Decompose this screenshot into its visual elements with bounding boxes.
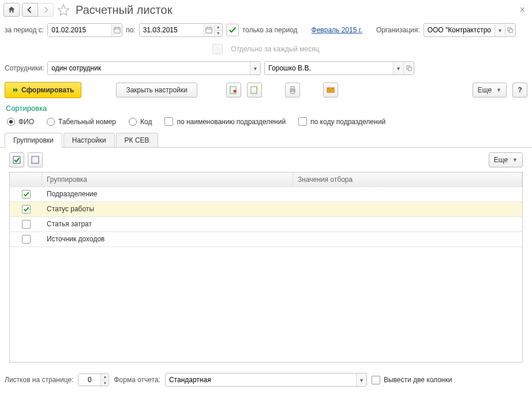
toolbar-icon-mail[interactable] [323,83,338,98]
uncheck-all-button[interactable] [28,152,43,167]
home-button[interactable] [3,3,20,17]
date-from-input[interactable] [48,24,111,36]
close-icon[interactable]: × [516,5,529,15]
open-icon[interactable] [403,62,414,74]
step-up-icon[interactable]: ▲ [101,374,108,380]
step-up-icon[interactable]: ▲ [215,24,222,31]
step-down-icon[interactable]: ▼ [215,31,222,37]
chevron-down-icon: ▼ [496,87,501,93]
row-checkbox[interactable] [22,235,31,244]
form-type-label: Форма отчета: [114,376,160,384]
row-name: Статус работы [42,202,293,216]
org-input[interactable] [424,24,494,36]
grid-row[interactable]: Подразделение [10,187,522,202]
svg-rect-15 [291,87,294,89]
row-checkbox[interactable] [22,220,31,229]
calendar-icon[interactable] [111,24,122,36]
svg-rect-12 [230,87,236,94]
two-cols-checkbox[interactable]: Вывести две колонки [372,376,452,384]
svg-rect-19 [32,156,39,163]
period-to-label: по: [126,26,136,34]
grid-more-button[interactable]: Еще ▼ [489,152,523,167]
step-down-icon[interactable]: ▼ [101,380,108,386]
checkbox-icon [372,376,380,384]
employee-mode-input[interactable] [48,62,250,74]
grid-row[interactable]: Источник доходов [10,232,522,247]
period-link[interactable]: Февраль 2015 г. [312,26,362,34]
dropdown-icon[interactable]: ▾ [393,62,403,74]
by-dept-name-checkbox[interactable]: по наименованию подразделений [164,117,286,126]
svg-rect-13 [251,87,257,94]
employee-mode-field[interactable]: ▾ [47,61,261,75]
close-settings-button[interactable]: Закрыть настройки [116,83,197,98]
svg-rect-0 [114,28,120,33]
form-button-label: Сформировать [21,86,74,94]
svg-rect-18 [13,156,20,163]
period-from-label: за период с: [5,26,44,34]
form-type-field[interactable]: ▾ [165,373,367,387]
only-period-label: только за период [242,26,298,34]
svg-rect-4 [206,28,212,33]
date-to-input[interactable] [140,24,204,36]
grid-row[interactable]: Статус работы [10,202,522,217]
monthly-label: Отдельно за каждый месяц [231,45,319,53]
check-all-button[interactable] [9,152,24,167]
per-page-input[interactable] [78,374,100,386]
date-to-field[interactable]: ▲ ▼ [139,23,223,37]
dropdown-icon[interactable]: ▾ [250,62,260,74]
org-label: Организация: [376,26,420,34]
row-value [293,187,522,201]
date-stepper[interactable]: ▲ ▼ [214,24,222,36]
tab-rksev[interactable]: РК СЕВ [116,133,158,147]
employee-value-input[interactable] [265,62,393,74]
dropdown-icon[interactable]: ▾ [494,24,505,36]
employee-value-field[interactable]: ▾ [264,61,414,75]
date-from-field[interactable] [47,23,122,37]
checkbox-icon [164,117,173,126]
sort-title: Сортировка [0,102,532,115]
favorite-icon[interactable] [56,2,71,17]
chevron-down-icon: ▼ [512,157,518,163]
toolbar-icon-print[interactable] [285,83,300,98]
more-button[interactable]: Еще ▼ [473,83,507,98]
sort-radio-tabnum[interactable]: Табельный номер [47,118,116,126]
row-name: Статья затрат [42,217,293,231]
row-value [293,202,522,216]
per-page-spinner[interactable]: ▲ ▼ [78,373,109,386]
row-checkbox[interactable] [22,190,31,199]
back-button[interactable] [22,3,38,17]
svg-rect-11 [408,67,411,70]
sort-radio-fio[interactable]: ФИО [7,118,34,126]
org-field[interactable]: ▾ [424,23,516,37]
calendar-icon[interactable] [204,24,214,36]
dropdown-icon[interactable]: ▾ [356,373,366,386]
row-value [293,232,522,246]
tab-groupings[interactable]: Группировки [5,133,62,147]
sort-radio-code[interactable]: Код [129,118,152,126]
open-icon[interactable] [505,24,515,36]
grid-header: Группировка Значения отбора [10,173,522,187]
page-title: Расчетный листок [76,3,172,17]
groupings-grid: Группировка Значения отбора Подразделени… [9,172,523,363]
checkbox-icon [298,117,307,126]
form-type-input[interactable] [166,373,356,386]
toolbar-icon-2[interactable] [247,83,262,98]
by-dept-code-checkbox[interactable]: по коду подразделений [298,117,385,126]
col-value: Значения отбора [293,173,522,186]
per-page-label: Листков на странице: [5,376,73,384]
form-button[interactable]: Сформировать [5,82,81,98]
radio-icon [129,118,137,126]
forward-button[interactable] [38,3,54,17]
radio-icon [7,118,15,126]
toolbar-icon-1[interactable] [226,83,241,98]
employees-label: Сотрудники: [5,64,44,72]
only-period-checkbox[interactable] [226,24,239,36]
row-value [293,217,522,231]
tab-settings[interactable]: Настройки [63,133,115,147]
help-button[interactable]: ? [512,83,527,98]
row-name: Источник доходов [42,232,293,246]
grid-row[interactable]: Статья затрат [10,217,522,232]
svg-rect-9 [509,29,512,32]
row-checkbox[interactable] [22,205,31,214]
radio-icon [47,118,55,126]
